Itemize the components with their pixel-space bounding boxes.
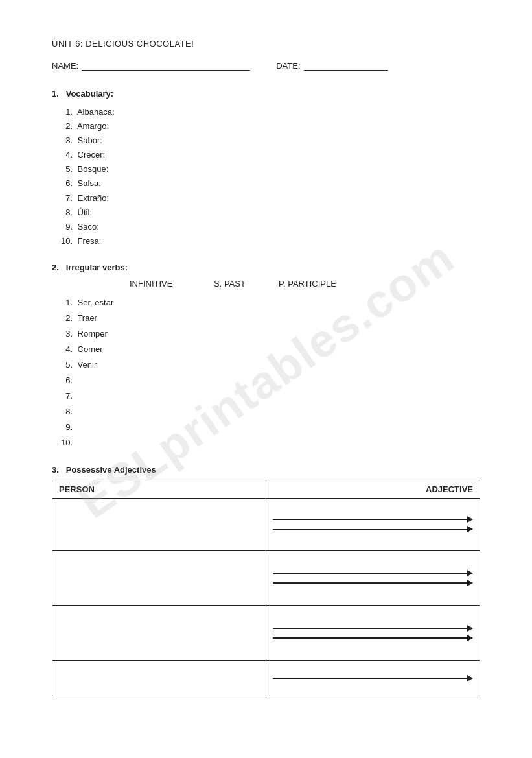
unit-title: UNIT 6: DELICIOUS CHOCOLATE! — [52, 39, 480, 49]
adjective-cell — [266, 499, 480, 551]
col-adjective-header: ADJECTIVE — [266, 480, 480, 499]
table-row — [52, 499, 480, 551]
irregular-item: 7. — [58, 388, 480, 404]
arrow-shaft — [273, 678, 468, 680]
arrow-container — [266, 511, 480, 538]
vocab-item: 2. Amargo: — [58, 119, 480, 134]
date-label: DATE: — [276, 61, 300, 71]
section1-heading: Vocabulary: — [66, 89, 113, 99]
section3-title: 3. Possessive Adjectives — [52, 465, 480, 475]
table-header-row: PERSON ADJECTIVE — [52, 480, 480, 499]
table-row — [52, 551, 480, 606]
arrow-shaft — [273, 637, 468, 639]
person-cell — [52, 551, 266, 606]
arrow-head — [467, 516, 473, 523]
arrow-shaft — [273, 529, 468, 530]
name-line — [82, 60, 250, 71]
name-date-row: NAME: DATE: — [52, 60, 480, 71]
arrow-head — [467, 635, 473, 641]
arrow-shaft — [273, 573, 468, 574]
arrow-line — [273, 625, 473, 632]
col-pparticiple-header: P. PARTICIPLE — [279, 279, 363, 289]
arrow-line — [273, 675, 473, 681]
arrow-line — [273, 580, 473, 586]
irregular-item: 3. Romper — [58, 326, 480, 342]
vocab-item: 5. Bosque: — [58, 162, 480, 176]
section2-heading: Irregular verbs: — [66, 263, 128, 272]
arrow-container — [266, 670, 480, 687]
col-person-header: PERSON — [52, 480, 266, 499]
irregular-item: 1. Ser, estar — [58, 295, 480, 311]
vocab-item: 10. Fresa: — [58, 234, 480, 248]
adjective-cell — [266, 606, 480, 661]
section2-number: 2. — [52, 263, 59, 272]
person-cell — [52, 606, 266, 661]
irregular-item: 4. Comer — [58, 342, 480, 357]
section2-title: 2. Irregular verbs: — [52, 263, 480, 272]
adjective-cell — [266, 661, 480, 696]
irregular-item: 5. Venir — [58, 357, 480, 373]
vocab-list: 1. Albahaca:2. Amargo:3. Sabor:4. Crecer… — [52, 105, 480, 248]
section3-heading: Possessive Adjectives — [66, 465, 156, 475]
irregular-item: 9. — [58, 420, 480, 435]
section-vocabulary: 1. Vocabulary: 1. Albahaca:2. Amargo:3. … — [52, 89, 480, 248]
vocab-item: 1. Albahaca: — [58, 105, 480, 119]
irregular-item: 6. — [58, 373, 480, 388]
person-cell — [52, 499, 266, 551]
arrow-container — [266, 565, 480, 591]
arrow-head — [467, 675, 473, 681]
name-label: NAME: — [52, 61, 78, 71]
section3-number: 3. — [52, 465, 59, 475]
arrow-line — [273, 516, 473, 523]
arrow-line — [273, 526, 473, 532]
col-infinitive-header: INFINITIVE — [130, 279, 214, 289]
arrow-head — [467, 570, 473, 576]
arrow-line — [273, 570, 473, 576]
section1-title: 1. Vocabulary: — [52, 89, 480, 99]
irregular-list: 1. Ser, estar2. Traer3. Romper4. Comer5.… — [52, 295, 480, 451]
table-row — [52, 661, 480, 696]
adjective-cell — [266, 551, 480, 606]
irregular-item: 8. — [58, 404, 480, 420]
date-line — [304, 60, 388, 71]
irregular-item: 2. Traer — [58, 311, 480, 326]
arrow-container — [266, 620, 480, 646]
arrow-head — [467, 580, 473, 586]
vocab-item: 9. Saco: — [58, 220, 480, 234]
vocab-item: 7. Extraño: — [58, 191, 480, 206]
vocab-item: 8. Útil: — [58, 206, 480, 220]
vocab-item: 6. Salsa: — [58, 176, 480, 191]
arrow-shaft — [273, 582, 468, 584]
arrow-shaft — [273, 519, 468, 521]
vocab-item: 4. Crecer: — [58, 148, 480, 162]
col-spast-header: S. PAST — [214, 279, 279, 289]
arrow-head — [467, 526, 473, 532]
possessive-table: PERSON ADJECTIVE — [52, 480, 480, 696]
arrow-shaft — [273, 628, 468, 629]
irregular-item: 10. — [58, 435, 480, 451]
arrow-line — [273, 635, 473, 641]
person-cell — [52, 661, 266, 696]
section-irregular-verbs: 2. Irregular verbs: INFINITIVE S. PAST P… — [52, 263, 480, 451]
arrow-head — [467, 625, 473, 632]
section-possessive: 3. Possessive Adjectives PERSON ADJECTIV… — [52, 465, 480, 696]
section1-number: 1. — [52, 89, 59, 99]
table-row — [52, 606, 480, 661]
vocab-item: 3. Sabor: — [58, 134, 480, 148]
irregular-verbs-header: INFINITIVE S. PAST P. PARTICIPLE — [130, 279, 480, 289]
